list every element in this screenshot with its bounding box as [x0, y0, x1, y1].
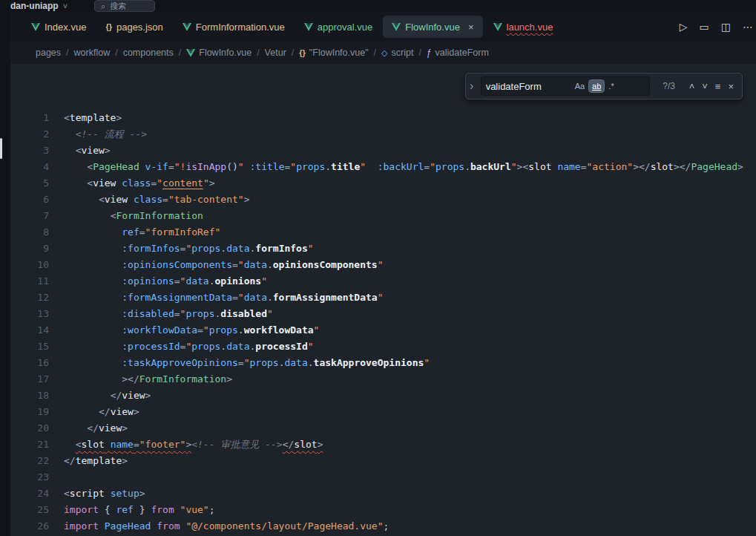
- code-line[interactable]: 23: [10, 469, 756, 486]
- tab-forminformation-vue[interactable]: FormInformation.vue: [174, 16, 294, 38]
- match-case-button[interactable]: Aa: [572, 80, 588, 92]
- breadcrumb-label: "FlowInfo.vue": [309, 48, 369, 58]
- close-icon[interactable]: ×: [468, 22, 474, 33]
- breadcrumb-item[interactable]: FlowInfo.vue: [186, 48, 252, 58]
- code-line[interactable]: 15 :processId="props.data.processId": [10, 339, 756, 355]
- breadcrumb-label: Vetur: [265, 48, 286, 58]
- breadcrumb-item[interactable]: pages: [36, 48, 61, 58]
- line-number: 15: [10, 339, 64, 355]
- code-line[interactable]: 10 :opinionsComponents="data.opinionsCom…: [10, 257, 756, 273]
- vue-icon: [304, 23, 313, 31]
- code-line[interactable]: 14 :workflowData="props.workflowData": [10, 322, 756, 339]
- symbol-method-icon: ƒ: [427, 48, 432, 58]
- line-number: 16: [10, 355, 64, 371]
- breadcrumb-separator: /: [418, 48, 421, 58]
- code-line[interactable]: 25import { ref } from "vue";: [10, 502, 756, 518]
- code-line[interactable]: 12 :formAssignmentData="data.formAssignm…: [10, 290, 756, 306]
- vue-icon: [392, 23, 401, 31]
- tab-approval-vue[interactable]: approval.vue: [295, 16, 381, 38]
- activity-strip: [0, 12, 10, 536]
- global-search[interactable]: ⌕ 搜索: [94, 0, 155, 12]
- find-input-box: Aa ab .*: [481, 76, 650, 96]
- breadcrumb-item[interactable]: components: [123, 48, 174, 58]
- toggle-replace-button[interactable]: ›: [466, 73, 478, 99]
- json-icon: {}: [105, 22, 112, 31]
- code-line[interactable]: 2 <!-- 流程 -->: [10, 126, 756, 143]
- breadcrumb-label: components: [123, 48, 174, 58]
- line-number: 20: [10, 420, 64, 437]
- code-line[interactable]: 22</template>: [10, 453, 756, 469]
- tab-launch-vue[interactable]: launch.vue: [484, 16, 562, 38]
- chevron-down-icon[interactable]: ˅: [63, 1, 68, 10]
- code-line[interactable]: 20 </view>: [10, 420, 756, 437]
- code-line[interactable]: 18 </view>: [10, 388, 756, 404]
- find-close-button[interactable]: ×: [724, 79, 737, 94]
- more-actions-icon[interactable]: ⋯: [743, 21, 753, 33]
- line-number: 5: [10, 175, 64, 192]
- tab-label: Index.vue: [45, 22, 86, 33]
- panel-icon[interactable]: ▭: [700, 21, 709, 33]
- code-line[interactable]: 6 <view class="tab-content">: [10, 192, 756, 208]
- regex-button[interactable]: .*: [605, 80, 617, 92]
- breadcrumb-item[interactable]: workflow: [74, 48, 111, 58]
- breadcrumb-item[interactable]: {}"FlowInfo.vue": [299, 48, 368, 58]
- breadcrumb-separator: /: [179, 48, 181, 58]
- tab-pages-json[interactable]: {}pages.json: [96, 16, 171, 38]
- code-line[interactable]: 11 :opinions="data.opinions": [10, 273, 756, 290]
- run-icon[interactable]: ▷: [680, 21, 688, 33]
- find-in-selection-button[interactable]: ≡: [711, 79, 725, 94]
- breadcrumb-item[interactable]: ◇script: [381, 48, 413, 58]
- line-number: 11: [10, 273, 64, 290]
- project-name[interactable]: dan-uniapp: [10, 1, 59, 11]
- code-line[interactable]: 1<template>: [10, 110, 756, 126]
- tab-flowinfo-vue[interactable]: FlowInfo.vue×: [383, 16, 482, 38]
- code-line[interactable]: 24<script setup>: [10, 486, 756, 502]
- breadcrumb-label: pages: [36, 48, 61, 58]
- line-number: 9: [10, 241, 64, 257]
- code-line[interactable]: 21 <slot name="footer"><!-- 审批意见 --></sl…: [10, 437, 756, 453]
- breadcrumb-item[interactable]: ƒvalidateForm: [427, 48, 489, 58]
- line-number: 14: [10, 322, 64, 339]
- line-number: 23: [10, 469, 64, 486]
- code-line[interactable]: 26import PageHead from "@/components/lay…: [10, 518, 756, 535]
- tab-label: pages.json: [116, 22, 163, 33]
- line-number: 12: [10, 290, 64, 306]
- chevron-right-icon: ›: [470, 79, 473, 93]
- code-line[interactable]: 3 <view>: [10, 143, 756, 159]
- code-line[interactable]: 4 <PageHead v-if="!isInApp()" :title="pr…: [10, 159, 756, 175]
- find-previous-button[interactable]: ˄: [686, 79, 699, 94]
- tab-index-vue[interactable]: Index.vue: [22, 16, 95, 38]
- code-line[interactable]: 17 ></FormInformation>: [10, 371, 756, 388]
- code-line[interactable]: 19 </view>: [10, 404, 756, 420]
- line-number: 17: [10, 371, 64, 388]
- code-line[interactable]: 8 ref="formInfoRef": [10, 224, 756, 241]
- line-number: 6: [10, 192, 64, 208]
- titlebar: dan-uniapp ˅ ⌕ 搜索: [0, 0, 756, 12]
- whole-word-button[interactable]: ab: [589, 80, 604, 92]
- find-input[interactable]: [484, 80, 571, 93]
- breadcrumb-label: script: [392, 48, 414, 58]
- breadcrumb-separator: /: [292, 48, 294, 58]
- code-line[interactable]: 16 :taskApproveOpinions="props.data.task…: [10, 355, 756, 371]
- breadcrumb-label: validateForm: [435, 48, 489, 58]
- vue-icon: [493, 23, 502, 31]
- code-line[interactable]: 5 <view class="content">: [10, 175, 756, 192]
- breadcrumb-separator: /: [257, 48, 259, 58]
- line-number: 21: [10, 437, 64, 453]
- tab-bar: Index.vue{}pages.jsonFormInformation.vue…: [10, 12, 756, 42]
- code-lines[interactable]: 1<template>2 <!-- 流程 -->3 <view>4 <PageH…: [10, 64, 756, 535]
- line-number: 18: [10, 388, 64, 404]
- find-next-button[interactable]: ˅: [698, 79, 711, 94]
- symbol-script-icon: ◇: [381, 48, 387, 58]
- split-editor-icon[interactable]: ◫: [721, 21, 731, 33]
- code-line[interactable]: 7 <FormInformation: [10, 208, 756, 224]
- vue-icon: [186, 49, 195, 57]
- editor[interactable]: › Aa ab .* ?/3 ˄ ˅ ≡ × 1<template>2 <!--…: [10, 64, 756, 536]
- breadcrumb-item[interactable]: Vetur: [265, 48, 286, 58]
- tab-label: FlowInfo.vue: [405, 22, 460, 33]
- code-line[interactable]: 13 :disabled="props.disabled": [10, 306, 756, 322]
- tab-bar-tabs: Index.vue{}pages.jsonFormInformation.vue…: [22, 12, 562, 42]
- breadcrumb-separator: /: [66, 48, 68, 58]
- code-line[interactable]: 9 :formInfos="props.data.formInfos": [10, 241, 756, 257]
- breadcrumb-separator: /: [374, 48, 376, 58]
